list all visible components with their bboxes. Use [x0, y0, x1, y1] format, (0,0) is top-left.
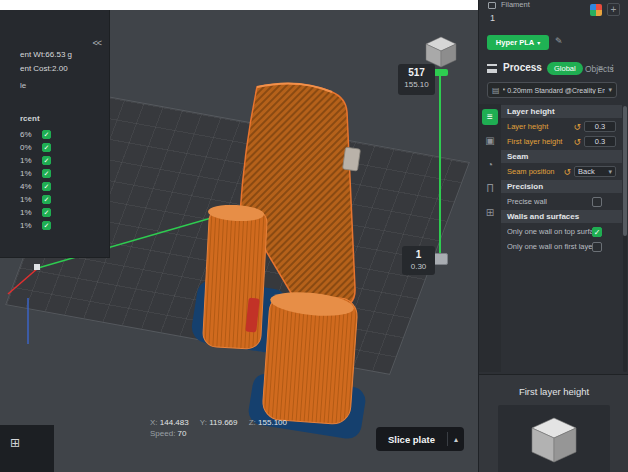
legend-visibility-checkbox[interactable]: ✓ [42, 195, 51, 204]
model-left-column [202, 207, 267, 350]
reset-icon[interactable]: ↺ [563, 167, 571, 177]
tab-support-icon[interactable]: Π [482, 181, 498, 197]
chevron-up-icon[interactable]: ▴ [448, 435, 464, 444]
setting-checkbox[interactable] [592, 242, 602, 252]
reset-icon[interactable]: ↺ [573, 122, 581, 132]
slice-plate-button[interactable]: Slice plate ▴ [376, 427, 464, 451]
legend-percent: 1% [20, 169, 42, 178]
setting-checkbox[interactable] [592, 197, 602, 207]
legend-row: 1%✓ [20, 167, 100, 180]
edit-filament-icon[interactable]: ✎ [555, 36, 563, 46]
legend-visibility-checkbox[interactable]: ✓ [42, 169, 51, 178]
legend-row: 1%✓ [20, 154, 100, 167]
y-label: Y: [200, 418, 207, 427]
origin-marker [34, 264, 40, 270]
tooltip-illustration [498, 405, 610, 472]
tab-strength-icon[interactable]: ▣ [482, 133, 498, 149]
process-menu-icon [487, 64, 497, 73]
collapse-panel-button[interactable]: << [92, 38, 101, 48]
reset-icon[interactable]: ↺ [573, 137, 581, 147]
legend-percent: 4% [20, 182, 42, 191]
settings-list: Layer heightLayer height↺0.3First layer … [501, 104, 622, 254]
setting-row: Layer height↺0.3 [501, 119, 622, 134]
section-header: Layer height [501, 105, 622, 118]
setting-row: Only one wall on top surfaces✓ [501, 224, 622, 239]
model-side-tab [343, 147, 361, 171]
legend-visibility-checkbox[interactable]: ✓ [42, 182, 51, 191]
filament-palette-icon[interactable] [590, 4, 602, 16]
tab-global[interactable]: Global [547, 62, 583, 75]
legend-row: 0%✓ [20, 141, 100, 154]
legend-percent: 1% [20, 156, 42, 165]
x-value: 144.483 [160, 418, 189, 427]
section-header: Walls and surfaces [501, 210, 622, 223]
panel-scrollbar-thumb[interactable] [623, 106, 627, 236]
setting-row: Seam position↺Back▾ [501, 164, 622, 179]
bottom-left-toolbox: ⊞ [0, 425, 54, 472]
view-cube[interactable] [426, 37, 456, 67]
section-header: Precision [501, 180, 622, 193]
legend-row: 1%✓ [20, 206, 100, 219]
setting-label: Precise wall [507, 197, 592, 206]
tab-quality-icon[interactable]: ≡ [482, 109, 498, 125]
chevron-down-icon: ▾ [608, 167, 612, 176]
filament-preset-button[interactable]: Hyper PLA ▾ [487, 35, 549, 50]
legend-visibility-checkbox[interactable]: ✓ [42, 143, 51, 152]
legend-visibility-checkbox[interactable]: ✓ [42, 208, 51, 217]
legend-percent: 6% [20, 130, 42, 139]
legend-row: 6%✓ [20, 128, 100, 141]
legend-partial-label: le [20, 81, 26, 90]
setting-input[interactable]: 0.3 [584, 121, 616, 132]
panel-scrollbar [623, 106, 627, 372]
legend-percent: 1% [20, 195, 42, 204]
top-bar [0, 0, 478, 10]
preset-icon: ▤ [492, 86, 500, 95]
plate-grid-icon[interactable]: ⊞ [10, 436, 20, 450]
filament-icon [488, 2, 496, 9]
legend-row: 1%✓ [20, 219, 100, 232]
filament-weight: ent Wt:66.53 g [20, 50, 72, 59]
gcode-status: X: 144.483 Y: 119.669 Z: 155.100 Speed: … [150, 417, 296, 439]
legend-visibility-checkbox[interactable]: ✓ [42, 130, 51, 139]
setting-input[interactable]: 0.3 [584, 136, 616, 147]
setting-tooltip-panel: First layer height [479, 374, 628, 472]
speed-label: Speed: [150, 429, 175, 438]
legend-visibility-checkbox[interactable]: ✓ [42, 156, 51, 165]
top-layer-number: 517 [398, 66, 435, 79]
add-filament-button[interactable]: + [607, 3, 620, 16]
legend-row: 1%✓ [20, 193, 100, 206]
legend-rows: 6%✓0%✓1%✓1%✓4%✓1%✓1%✓1%✓ [20, 128, 100, 232]
model-object[interactable] [190, 83, 368, 440]
legend-percent: 1% [20, 221, 42, 230]
setting-label: Seam position [507, 167, 563, 176]
bottom-layer-height: 0.30 [402, 261, 435, 272]
x-label: X: [150, 418, 158, 427]
tab-others-icon[interactable]: ⊞ [482, 205, 498, 221]
chevron-down-icon: ▾ [537, 39, 540, 46]
chevron-down-icon: ▾ [608, 86, 612, 94]
section-header: Seam [501, 150, 622, 163]
setting-label: Only one wall on first layer [507, 242, 592, 251]
setting-checkbox[interactable]: ✓ [592, 227, 602, 237]
z-label: Z: [249, 418, 256, 427]
preset-name: * 0.20mm Standard @Creality Ender-3... [503, 87, 606, 94]
setting-select[interactable]: Back▾ [574, 166, 616, 177]
settings-list-icon[interactable]: ≡ [598, 63, 603, 73]
tab-speed-icon[interactable]: ◔ [482, 157, 498, 173]
legend-visibility-checkbox[interactable]: ✓ [42, 221, 51, 230]
process-title: Process [503, 62, 542, 73]
filament-cost: ent Cost:2.00 [20, 64, 68, 73]
setting-label: First layer height [507, 137, 573, 146]
tooltip-title: First layer height [479, 386, 628, 397]
layer-badge-top: 517 155.10 [398, 64, 435, 95]
y-value: 119.669 [209, 418, 237, 427]
setting-row: First layer height↺0.3 [501, 134, 622, 149]
top-layer-height: 155.10 [398, 79, 435, 90]
more-options-icon[interactable]: ⋮ [608, 63, 617, 73]
speed-value: 70 [178, 429, 187, 438]
legend-row: 4%✓ [20, 180, 100, 193]
filament-name: Hyper PLA [496, 38, 534, 47]
process-preset-dropdown[interactable]: ▤ * 0.20mm Standard @Creality Ender-3...… [487, 82, 617, 98]
preview-legend-panel: << ent Wt:66.53 g ent Cost:2.00 le rcent… [0, 10, 110, 258]
legend-percent: 0% [20, 143, 42, 152]
